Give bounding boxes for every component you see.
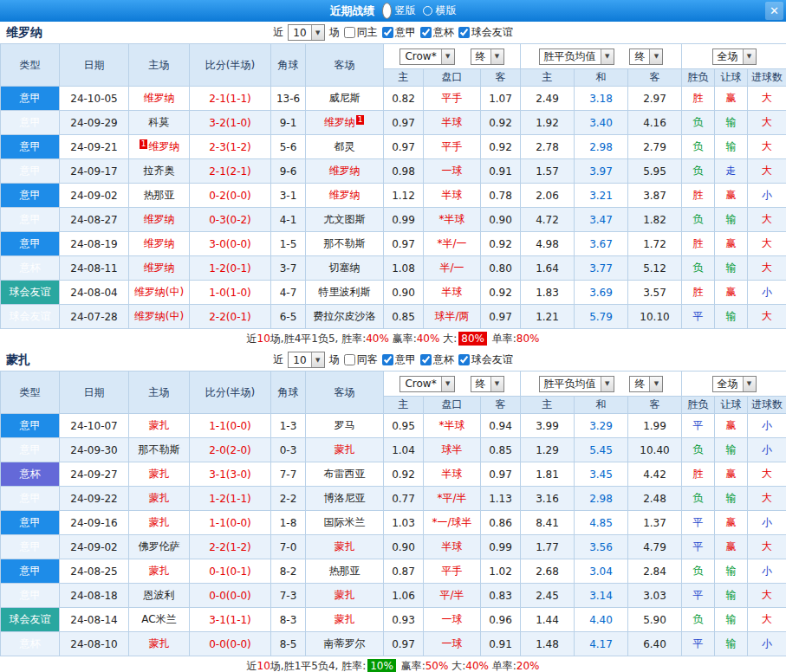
team-label: 维罗纳(中) xyxy=(134,310,184,322)
cell-competition: 意杯 xyxy=(1,462,60,487)
cell-home-team: 恩波利 xyxy=(129,584,190,608)
cell-score: 3-1(1-1) xyxy=(190,608,271,632)
chevron-down-icon: ▼ xyxy=(743,377,756,391)
cell-away-team: 维罗纳1 xyxy=(306,111,384,135)
close-icon[interactable]: ✕ xyxy=(765,2,783,20)
bookmaker-select[interactable]: Crow*▼ xyxy=(399,376,454,392)
cell-euro-away-odds: 3.03 xyxy=(628,584,682,608)
summary-segment: 50% xyxy=(425,660,449,672)
cell-competition: 意甲 xyxy=(1,111,60,135)
league-filter-checkbox[interactable] xyxy=(458,27,470,38)
bookmaker-select[interactable]: Crow*▼ xyxy=(399,48,454,65)
team-label: 热那亚 xyxy=(144,189,175,201)
league-filter-0[interactable]: 意甲 xyxy=(382,25,416,40)
titlebar-group: 近期战绩 竖版 横版 xyxy=(330,3,457,19)
red-card-badge: 1 xyxy=(140,139,148,149)
cell-score: 2-2(0-1) xyxy=(190,305,271,329)
chevron-down-icon: ▼ xyxy=(311,352,324,367)
cell-date: 24-09-27 xyxy=(60,462,129,487)
asian-final-select[interactable]: 终▼ xyxy=(471,48,504,65)
cell-score: 2-3(1-2) xyxy=(190,135,271,159)
col-header-score: 比分(半场) xyxy=(190,372,271,414)
cell-competition: 意甲 xyxy=(1,232,60,256)
chevron-down-icon: ▼ xyxy=(743,49,756,64)
team-label: 布雷西亚 xyxy=(324,468,366,480)
league-filter-2[interactable]: 球会友谊 xyxy=(458,25,513,40)
cell-competition: 意甲 xyxy=(1,87,60,111)
cell-goals: 小 xyxy=(748,438,786,462)
same-side-checkbox[interactable] xyxy=(344,354,355,365)
cell-handicap: 半球 xyxy=(424,462,481,487)
cell-date: 24-08-27 xyxy=(60,208,129,232)
col-header-date: 日期 xyxy=(60,44,129,87)
team-section-verona: 维罗纳 近 10▼ 场 同主 意甲意杯球会友谊 类型 日期 主场 比分(半场) … xyxy=(0,22,786,349)
cell-euro-away-odds: 2.97 xyxy=(628,87,682,111)
cell-goals: 大 xyxy=(748,608,786,632)
layout-radio-horizontal[interactable]: 横版 xyxy=(423,3,457,18)
same-side-filter[interactable]: 同主 xyxy=(344,25,378,40)
league-filter-checkbox[interactable] xyxy=(382,27,393,38)
cell-handicap-result: 输 xyxy=(715,632,748,656)
chevron-down-icon: ▼ xyxy=(649,377,662,391)
league-filter-checkbox[interactable] xyxy=(382,354,393,365)
league-filter-checkbox[interactable] xyxy=(420,27,432,38)
euro-final-select[interactable]: 终▼ xyxy=(629,48,663,65)
cell-handicap: 平手 xyxy=(424,135,481,159)
league-filter-1[interactable]: 意杯 xyxy=(420,352,454,367)
cell-competition: 意甲 xyxy=(1,208,60,232)
league-filter-checkbox[interactable] xyxy=(420,354,432,365)
league-filter-2[interactable]: 球会友谊 xyxy=(458,352,513,367)
games-label: 场 xyxy=(329,25,340,40)
cell-euro-away-odds: 5.12 xyxy=(628,256,682,281)
match-count-select[interactable]: 10▼ xyxy=(288,24,324,41)
cell-handicap-result: 输 xyxy=(715,487,748,511)
summary-segment: 近 xyxy=(247,333,257,345)
cell-handicap-result: 输 xyxy=(715,135,748,159)
cell-euro-draw-odds: 3.67 xyxy=(575,232,628,256)
near-label: 近 xyxy=(273,25,283,40)
cell-euro-draw-odds: 3.47 xyxy=(575,208,628,232)
team-label: 都灵 xyxy=(335,140,355,152)
layout-radio-vertical[interactable]: 竖版 xyxy=(382,3,416,19)
cell-home-team: 维罗纳 xyxy=(129,256,190,281)
cell-handicap: 半球 xyxy=(424,281,481,305)
cell-goals: 大 xyxy=(748,535,786,559)
team-label: 维罗纳 xyxy=(144,92,175,104)
select-value: 终 xyxy=(630,49,649,64)
cell-home-team: 维罗纳 xyxy=(129,232,190,256)
cell-competition: 球会友谊 xyxy=(1,305,60,329)
cell-score: 0-3(0-2) xyxy=(190,208,271,232)
summary-segment: 近 xyxy=(247,660,257,672)
cell-handicap-result: 赢 xyxy=(715,535,748,559)
cell-corners: 5-6 xyxy=(271,135,306,159)
cell-asian-away-odds: 0.99 xyxy=(481,535,521,559)
euro-mean-select[interactable]: 胜平负均值▼ xyxy=(539,376,614,392)
col-header-type: 类型 xyxy=(1,372,60,414)
table-row: 球会友谊24-08-14AC米兰3-1(1-1)8-3蒙扎0.93一球0.961… xyxy=(1,608,786,632)
scope-select[interactable]: 全场▼ xyxy=(712,376,757,392)
league-filter-checkbox[interactable] xyxy=(458,354,470,365)
same-side-filter[interactable]: 同客 xyxy=(344,352,378,367)
table-row: 意甲24-09-02热那亚0-2(0-0)3-1维罗纳1.12半球0.782.0… xyxy=(1,184,786,208)
cell-result: 平 xyxy=(682,305,715,329)
scope-select[interactable]: 全场▼ xyxy=(712,48,757,65)
cell-competition: 意甲 xyxy=(1,414,60,438)
cell-score: 1-2(0-1) xyxy=(190,256,271,281)
league-filter-1[interactable]: 意杯 xyxy=(420,25,454,40)
col-header-home: 主场 xyxy=(129,44,190,87)
euro-final-select[interactable]: 终▼ xyxy=(629,376,663,392)
team-label: 威尼斯 xyxy=(329,92,361,104)
league-filter-0[interactable]: 意甲 xyxy=(382,352,416,367)
titlebar: 近期战绩 竖版 横版 ✕ xyxy=(0,0,786,22)
cell-asian-home-odds: 0.98 xyxy=(384,159,424,184)
same-side-checkbox[interactable] xyxy=(344,27,355,38)
table-row: 意甲24-09-29科莫3-2(1-0)9-1维罗纳10.97半球0.921.9… xyxy=(1,111,786,135)
team-section-monza: 蒙扎 近 10▼ 场 同客 意甲意杯球会友谊 类型 日期 主场 比分(半场) 角… xyxy=(0,349,786,672)
cell-euro-draw-odds: 5.45 xyxy=(575,438,628,462)
match-count-select[interactable]: 10▼ xyxy=(288,352,324,368)
col-header-euro-home: 主 xyxy=(521,69,575,87)
asian-final-select[interactable]: 终▼ xyxy=(471,376,504,392)
cell-handicap: 平/半 xyxy=(424,584,481,608)
team-label: 蒙扎 xyxy=(335,540,355,552)
euro-mean-select[interactable]: 胜平负均值▼ xyxy=(539,48,614,65)
